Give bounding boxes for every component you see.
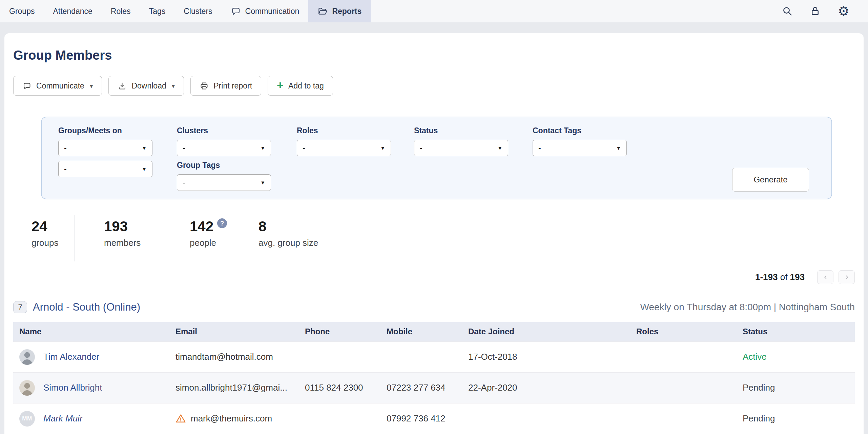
stat-label: members <box>104 238 164 248</box>
member-roles <box>630 341 737 372</box>
member-mobile: 07992 736 412 <box>380 403 462 434</box>
nav-actions: ⚙ <box>782 0 868 22</box>
tab-reports[interactable]: Reports <box>308 0 371 22</box>
stat-label: avg. group size <box>259 238 318 248</box>
filter-label: Contact Tags <box>533 126 627 135</box>
status-select[interactable]: - ▼ <box>414 140 508 156</box>
member-name-link[interactable]: Tim Alexander <box>43 352 99 362</box>
add-to-tag-button[interactable]: + Add to tag <box>268 76 333 96</box>
table-row[interactable]: Tim Alexander timandtam@hotmail.com 17-O… <box>13 341 855 372</box>
groups-meets-on-select-1[interactable]: - ▼ <box>58 140 152 156</box>
column-header-email: Email <box>169 322 299 341</box>
tab-label: Roles <box>111 7 131 16</box>
chat-icon <box>231 6 241 16</box>
member-email: simon.allbright1971@gmai... <box>169 372 299 403</box>
gear-icon[interactable]: ⚙ <box>838 5 849 18</box>
button-label: Download <box>131 81 166 91</box>
pagination: 1-193 of 193 <box>13 270 855 284</box>
column-header-phone: Phone <box>299 322 380 341</box>
tab-attendance[interactable]: Attendance <box>44 0 101 22</box>
table-row[interactable]: Simon Allbright simon.allbright1971@gmai… <box>13 372 855 403</box>
button-label: Communicate <box>36 81 84 91</box>
stat-label: groups <box>32 238 75 248</box>
filter-status: Status - ▼ <box>414 126 508 161</box>
group-header: 7 Arnold - South (Online) Weekly on Thur… <box>13 301 855 313</box>
tab-label: Tags <box>149 7 166 16</box>
filter-label: Groups/Meets on <box>58 126 152 135</box>
lock-icon[interactable] <box>810 6 820 16</box>
pagination-range: 1-193 of 193 <box>755 272 805 282</box>
filter-roles: Roles - ▼ <box>297 126 391 161</box>
contact-tags-select[interactable]: - ▼ <box>533 140 627 156</box>
communicate-button[interactable]: Communicate ▾ <box>13 76 102 96</box>
roles-select[interactable]: - ▼ <box>297 140 391 156</box>
avatar <box>19 380 35 396</box>
column-header-status: Status <box>737 322 855 341</box>
download-button[interactable]: Download ▾ <box>108 76 184 96</box>
member-date-joined: 17-Oct-2018 <box>462 341 630 372</box>
status-badge: Active <box>737 341 855 372</box>
status-badge: Pending <box>737 403 855 434</box>
chevron-down-icon: ▼ <box>260 180 265 185</box>
chevron-down-icon: ▼ <box>260 145 265 151</box>
page-title: Group Members <box>13 33 855 63</box>
folder-open-icon <box>317 6 328 16</box>
member-name-link[interactable]: Simon Allbright <box>43 382 102 393</box>
generate-button[interactable]: Generate <box>732 168 809 192</box>
filter-label: Roles <box>297 126 391 135</box>
member-email: mark@themuirs.com <box>191 413 272 424</box>
tab-label: Groups <box>9 7 35 16</box>
tab-groups[interactable]: Groups <box>0 0 44 22</box>
chat-icon <box>22 81 32 91</box>
top-nav: Groups Attendance Roles Tags Clusters Co… <box>0 0 868 22</box>
printer-icon <box>200 81 209 91</box>
filter-label: Clusters <box>177 126 271 135</box>
table-row[interactable]: MM Mark Muir <box>13 403 855 434</box>
column-header-mobile: Mobile <box>380 322 462 341</box>
group-count-badge: 7 <box>13 301 27 313</box>
tab-label: Communication <box>245 7 299 16</box>
member-date-joined <box>462 403 630 434</box>
chevron-down-icon: ▾ <box>90 82 93 90</box>
stat-people: 142 ? people <box>164 215 246 261</box>
group-name-link[interactable]: Arnold - South (Online) <box>33 301 140 313</box>
select-value: - <box>303 143 305 153</box>
stats-row: 24 groups 193 members 142 ? people 8 avg… <box>13 215 855 261</box>
chevron-down-icon: ▼ <box>380 145 385 151</box>
chevron-down-icon: ▾ <box>172 82 175 90</box>
stat-avg-group-size: 8 avg. group size <box>246 215 318 261</box>
filter-label: Group Tags <box>177 161 271 170</box>
tab-label: Reports <box>332 7 361 16</box>
tab-roles[interactable]: Roles <box>102 0 140 22</box>
groups-meets-on-select-2[interactable]: - ▼ <box>58 161 152 177</box>
button-label: Add to tag <box>288 81 324 91</box>
plus-icon: + <box>277 79 284 91</box>
group-tags-select[interactable]: - ▼ <box>177 174 271 191</box>
warning-icon <box>175 413 186 424</box>
button-label: Print report <box>213 81 252 91</box>
member-name-link[interactable]: Mark Muir <box>43 413 83 424</box>
print-report-button[interactable]: Print report <box>190 76 261 96</box>
column-header-name: Name <box>13 322 169 341</box>
clusters-select[interactable]: - ▼ <box>177 140 271 156</box>
member-roles <box>630 403 737 434</box>
select-value: - <box>183 178 185 187</box>
help-icon[interactable]: ? <box>217 218 227 228</box>
tab-clusters[interactable]: Clusters <box>174 0 221 22</box>
chevron-down-icon: ▼ <box>497 145 502 151</box>
tab-communication[interactable]: Communication <box>222 0 309 22</box>
next-page-button[interactable] <box>839 270 855 284</box>
filter-clusters: Clusters - ▼ Group Tags - ▼ <box>177 126 271 195</box>
select-value: - <box>420 143 422 153</box>
member-mobile: 07223 277 634 <box>380 372 462 403</box>
chevron-down-icon: ▼ <box>142 166 147 172</box>
filter-groups-meets-on: Groups/Meets on - ▼ - ▼ <box>58 126 152 182</box>
member-mobile <box>380 341 462 372</box>
member-phone <box>299 403 380 434</box>
search-icon[interactable] <box>782 6 792 16</box>
member-phone <box>299 341 380 372</box>
prev-page-button[interactable] <box>817 270 833 284</box>
group-schedule: Weekly on Thursday at 8:00pm | Nottingha… <box>640 302 855 313</box>
select-value: - <box>64 143 67 153</box>
tab-tags[interactable]: Tags <box>140 0 175 22</box>
